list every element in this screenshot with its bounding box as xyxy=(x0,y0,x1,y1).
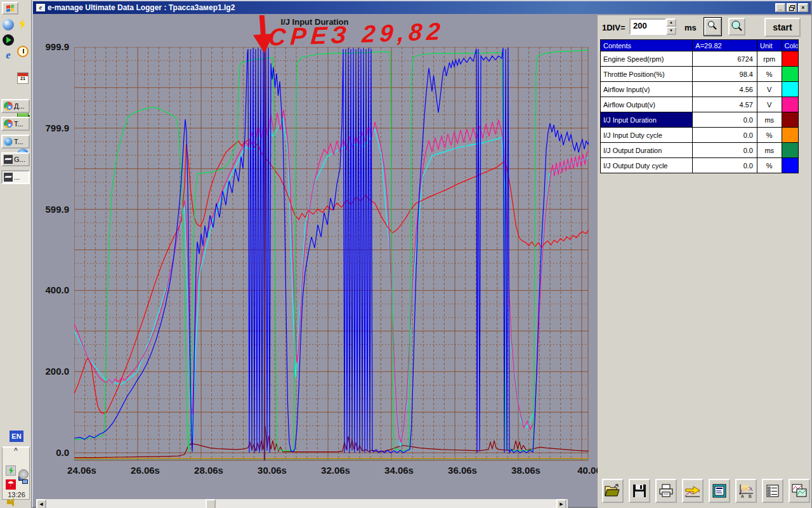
avira-umbrella-icon[interactable]: ☂ xyxy=(6,479,16,490)
overlay-windows-icon xyxy=(791,483,808,498)
minimize-button[interactable]: _ xyxy=(775,3,785,12)
winamp-lightning-icon[interactable] xyxy=(17,19,29,30)
close-icon[interactable]: × xyxy=(798,3,808,12)
channel-color-swatch[interactable] xyxy=(782,143,798,158)
table-row-throttle[interactable]: Throttle Position(%)98.4% xyxy=(601,67,799,82)
window-titlebar[interactable]: e e-manage Ultimate Data Logger : Трасса… xyxy=(33,1,811,14)
sound-scheme-icon[interactable] xyxy=(18,469,29,479)
zoom-out-button[interactable] xyxy=(704,18,721,36)
volume-icon[interactable] xyxy=(6,497,16,507)
compare-ab-button[interactable]: AB xyxy=(735,479,757,503)
zoom-in-button[interactable] xyxy=(728,18,745,36)
language-indicator[interactable]: EN xyxy=(10,431,23,442)
channel-color-swatch[interactable] xyxy=(782,67,798,82)
hide-icons-chevron[interactable]: ^ xyxy=(3,448,29,455)
screen: { "window": { "title": "e-manage Ultimat… xyxy=(0,0,812,508)
channel-color-swatch[interactable] xyxy=(782,51,798,67)
header-color[interactable]: Colo xyxy=(782,40,798,51)
app-button-label: Т... xyxy=(14,120,23,128)
plot-svg[interactable] xyxy=(74,47,589,461)
start-logging-button[interactable]: start xyxy=(764,18,801,37)
channel-value: 0.0 xyxy=(693,112,757,128)
channel-value: 6724 xyxy=(693,51,757,67)
channel-color-swatch[interactable] xyxy=(782,97,798,112)
table-row-ij-output-duration[interactable]: I/J Output Duration0.0ms xyxy=(601,143,799,158)
table-row-ij-output-duty[interactable]: I/J Output Duty cycle0.0% xyxy=(601,158,799,173)
channel-name[interactable]: Airflow Input(v) xyxy=(601,82,693,97)
channel-color-swatch[interactable] xyxy=(782,112,798,128)
channel-name[interactable]: Airflow Output(v) xyxy=(601,97,693,112)
channel-color-swatch[interactable] xyxy=(782,128,798,143)
print-button[interactable] xyxy=(655,479,677,503)
channel-name[interactable]: Engine Speed(rpm) xyxy=(601,51,693,67)
table-row-airflow-input[interactable]: Airflow Input(v)4.56V xyxy=(601,82,799,97)
series-throttle xyxy=(74,50,589,452)
table-row-ij-input-duty[interactable]: I/J Input Duty cycle0.0% xyxy=(601,128,799,143)
zoom-out-magnifier-icon xyxy=(705,19,719,33)
channel-unit: ms xyxy=(757,112,782,128)
overlay-windows-button[interactable] xyxy=(789,479,810,503)
y-tick-label: 200.0 xyxy=(37,366,69,377)
channel-unit: rpm xyxy=(757,51,782,67)
series-airflow-output xyxy=(74,110,589,443)
app-button-label: ... xyxy=(14,173,20,181)
div-value-input[interactable]: 200 xyxy=(629,18,666,35)
taskbar-app-button-active[interactable]: ... xyxy=(1,170,30,184)
internet-explorer-icon[interactable]: e xyxy=(3,50,14,61)
table-row-ij-input-duration[interactable]: I/J Input Duration0.0ms xyxy=(601,112,799,128)
x-tick-label: 38.06s xyxy=(507,465,545,476)
chart-title: I/J Input Duration xyxy=(258,17,372,27)
spinner-down-icon[interactable]: ▼ xyxy=(666,27,676,35)
header-cursor-value[interactable]: A=29.82 xyxy=(693,40,757,51)
start-button[interactable] xyxy=(2,2,18,15)
channel-name[interactable]: I/J Input Duty cycle xyxy=(601,128,693,143)
channel-value: 0.0 xyxy=(693,158,757,173)
table-row-airflow-output[interactable]: Airflow Output(v)4.57V xyxy=(601,97,799,112)
display-settings-icon xyxy=(712,484,727,498)
scroll-right-icon[interactable]: ▶ xyxy=(556,499,566,508)
channel-name[interactable]: I/J Input Duration xyxy=(601,112,693,128)
save-file-button[interactable] xyxy=(629,479,650,503)
taskbar-app-button-2[interactable]: Т... xyxy=(1,117,30,131)
display-settings-button[interactable] xyxy=(709,479,730,503)
taskbar: e 21 Д... Т... T... G... ... EN ^ ☂ 13:2… xyxy=(0,0,32,508)
y-tick-label: 799.9 xyxy=(37,123,69,133)
channel-color-swatch[interactable] xyxy=(782,158,798,173)
blue-ball-app-icon[interactable] xyxy=(3,19,14,30)
scrollbar-thumb[interactable] xyxy=(206,499,216,508)
taskbar-app-button-3[interactable]: T... xyxy=(1,135,30,149)
header-unit[interactable]: Unit xyxy=(757,40,782,51)
div-spinner: ▲ ▼ xyxy=(666,18,676,35)
spinner-up-icon[interactable]: ▲ xyxy=(666,18,676,27)
taskbar-app-button-4[interactable]: G... xyxy=(1,152,30,166)
channel-unit: ms xyxy=(757,143,782,158)
x-tick-label: 28.06s xyxy=(190,465,228,476)
print-icon xyxy=(658,484,674,498)
channel-unit: % xyxy=(757,128,782,143)
channel-name[interactable]: I/J Output Duration xyxy=(601,143,693,158)
messenger-lightning-icon[interactable] xyxy=(6,465,16,476)
series-airflow-input xyxy=(74,118,589,447)
calendar-icon[interactable]: 21 xyxy=(17,72,29,84)
channel-table-body: Engine Speed(rpm)6724rpmThrottle Positio… xyxy=(601,51,799,173)
channel-unit: % xyxy=(757,158,782,173)
channel-color-swatch[interactable] xyxy=(782,82,798,97)
x-tick-label: 32.06s xyxy=(317,465,355,476)
export-chart-button[interactable] xyxy=(682,479,704,503)
scroll-left-icon[interactable]: ◀ xyxy=(36,499,46,508)
channel-name[interactable]: Throttle Position(%) xyxy=(601,67,693,82)
taskbar-app-button-1[interactable]: Д... xyxy=(1,99,30,113)
media-player-icon[interactable] xyxy=(3,34,14,46)
horizontal-scrollbar[interactable]: ◀ ▶ xyxy=(36,499,568,508)
channel-list-icon xyxy=(766,484,780,498)
channel-name[interactable]: I/J Output Duty cycle xyxy=(601,158,693,173)
clock-app-icon[interactable] xyxy=(17,46,29,57)
channel-list-button[interactable] xyxy=(762,479,783,503)
app-window: e e-manage Ultimate Data Logger : Трасса… xyxy=(32,0,812,508)
restore-button[interactable] xyxy=(787,3,797,12)
header-contents[interactable]: Contents xyxy=(601,40,693,51)
table-row-engine-speed[interactable]: Engine Speed(rpm)6724rpm xyxy=(601,51,799,67)
open-file-button[interactable] xyxy=(602,479,624,503)
x-tick-label: 36.06s xyxy=(443,465,481,476)
channel-value: 4.57 xyxy=(693,97,757,112)
